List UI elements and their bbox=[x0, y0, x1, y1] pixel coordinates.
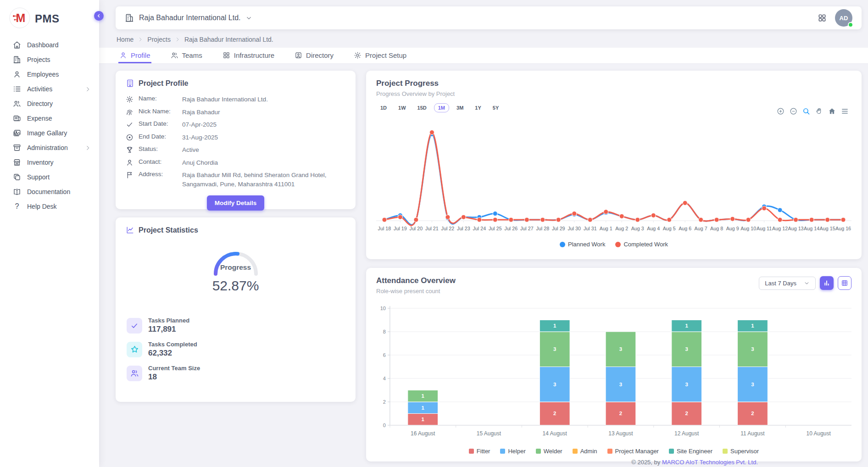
gear-icon bbox=[354, 51, 362, 59]
tab-bar: Profile Teams Infrastructure Directory P… bbox=[99, 48, 868, 63]
selection-zoom-icon[interactable] bbox=[802, 107, 810, 115]
breadcrumb-home[interactable]: Home bbox=[117, 36, 134, 43]
archive-icon bbox=[13, 144, 21, 152]
svg-text:13 August: 13 August bbox=[608, 430, 633, 437]
project-progress-chart[interactable]: Jul 18Jul 19Jul 20Jul 21Jul 22Jul 23Jul … bbox=[376, 123, 851, 238]
sidebar-item-label: Dashboard bbox=[27, 41, 59, 49]
field-label: Nick Name: bbox=[139, 108, 177, 115]
svg-text:Jul 31: Jul 31 bbox=[584, 226, 597, 231]
modify-details-button[interactable]: Modify Details bbox=[207, 195, 265, 211]
app-logo[interactable]: M PMS bbox=[0, 5, 99, 36]
svg-text:11 August: 11 August bbox=[740, 430, 765, 437]
tab-teams[interactable]: Teams bbox=[170, 51, 203, 63]
svg-text:Jul 21: Jul 21 bbox=[425, 226, 439, 231]
pan-hand-icon[interactable] bbox=[815, 107, 823, 115]
svg-text:10: 10 bbox=[380, 306, 386, 311]
legend-item-supervisor[interactable]: Supervisor bbox=[723, 448, 759, 455]
svg-text:Jul 29: Jul 29 bbox=[552, 226, 565, 231]
zoom-in-icon[interactable] bbox=[777, 107, 785, 115]
svg-text:10 August: 10 August bbox=[807, 430, 831, 437]
legend-marker bbox=[469, 449, 474, 454]
sidebar-item-projects[interactable]: Projects bbox=[0, 52, 99, 67]
menu-icon[interactable] bbox=[841, 107, 849, 115]
sidebar-item-documentation[interactable]: Documentation bbox=[0, 184, 99, 199]
svg-text:Jul 30: Jul 30 bbox=[568, 226, 581, 231]
range-button-1Y[interactable]: 1Y bbox=[471, 103, 485, 112]
apps-grid-icon[interactable] bbox=[818, 13, 827, 22]
app-name: PMS bbox=[35, 12, 60, 25]
sidebar-item-help-desk[interactable]: ? Help Desk bbox=[0, 199, 99, 214]
date-range-select[interactable]: Last 7 Days bbox=[759, 277, 816, 290]
book-icon bbox=[13, 188, 21, 196]
legend-item-helper[interactable]: Helper bbox=[500, 448, 525, 455]
legend-item-admin[interactable]: Admin bbox=[573, 448, 597, 455]
profile-field-nickname: Nick Name: Raja Bahadur bbox=[126, 108, 345, 117]
user-avatar[interactable]: AD bbox=[835, 9, 852, 27]
sidebar-item-inventory[interactable]: Inventory bbox=[0, 155, 99, 170]
sidebar: M PMS Dashboard Projects Employees Activ… bbox=[0, 0, 99, 467]
bar-view-button[interactable] bbox=[820, 276, 834, 290]
home-reset-icon[interactable] bbox=[828, 107, 836, 115]
tab-profile[interactable]: Profile bbox=[118, 51, 151, 63]
field-value: Raja Bahadur International Ltd. bbox=[182, 95, 345, 104]
legend-marker bbox=[536, 449, 541, 454]
svg-text:Jul 19: Jul 19 bbox=[394, 226, 407, 231]
attendance-controls: Last 7 Days bbox=[759, 276, 851, 290]
tab-project-setup[interactable]: Project Setup bbox=[353, 51, 407, 63]
svg-text:1: 1 bbox=[685, 323, 688, 328]
gauge-arc bbox=[212, 250, 260, 276]
sidebar-item-activities[interactable]: Activities bbox=[0, 82, 99, 96]
legend-item-site-engineer[interactable]: Site Engineer bbox=[669, 448, 712, 455]
gear-icon bbox=[126, 95, 134, 103]
main-area: Raja Bahadur International Ltd. AD Home … bbox=[99, 0, 868, 467]
sidebar-item-employees[interactable]: Employees bbox=[0, 67, 99, 82]
range-button-3M[interactable]: 3M bbox=[452, 103, 467, 112]
progress-gauge: Progress 52.87% bbox=[126, 250, 345, 294]
sidebar-item-directory[interactable]: Directory bbox=[0, 96, 99, 111]
zoom-out-icon[interactable] bbox=[790, 107, 797, 115]
svg-text:3: 3 bbox=[619, 382, 622, 387]
sidebar-nav: Dashboard Projects Employees Activities … bbox=[0, 38, 99, 214]
user-icon bbox=[119, 51, 127, 59]
svg-text:Aug 8: Aug 8 bbox=[710, 226, 723, 231]
range-button-1D[interactable]: 1D bbox=[376, 103, 391, 112]
sidebar-item-administration[interactable]: Administration bbox=[0, 140, 99, 155]
tab-label: Teams bbox=[182, 51, 202, 59]
profile-field-contact: Contact: Anuj Chordia bbox=[126, 158, 345, 167]
range-button-1M[interactable]: 1M bbox=[434, 103, 449, 112]
sidebar-item-label: Projects bbox=[27, 56, 50, 63]
footer-company-link[interactable]: MARCO AIoT Technologies Pvt. Ltd. bbox=[662, 459, 758, 466]
tab-infrastructure[interactable]: Infrastructure bbox=[222, 51, 275, 63]
sidebar-item-dashboard[interactable]: Dashboard bbox=[0, 38, 99, 52]
svg-text:Aug 4: Aug 4 bbox=[647, 226, 660, 231]
legend-item-project-manager[interactable]: Project Manager bbox=[607, 448, 659, 455]
stat-value: 62,332 bbox=[148, 349, 197, 358]
store-icon bbox=[13, 158, 21, 167]
range-button-5Y[interactable]: 5Y bbox=[489, 103, 503, 112]
flag-icon bbox=[126, 171, 134, 179]
legend-marker bbox=[669, 449, 674, 454]
check-icon bbox=[126, 121, 134, 128]
range-button-1W[interactable]: 1W bbox=[394, 103, 410, 112]
legend-item-welder[interactable]: Welder bbox=[536, 448, 562, 455]
legend-item-planned-work[interactable]: Planned Work bbox=[560, 241, 605, 248]
sidebar-collapse-button[interactable] bbox=[94, 11, 104, 21]
svg-text:Jul 26: Jul 26 bbox=[505, 226, 518, 231]
breadcrumb-projects[interactable]: Projects bbox=[147, 36, 171, 43]
sidebar-item-image-gallery[interactable]: Image Gallary bbox=[0, 126, 99, 140]
sidebar-item-expense[interactable]: Expense bbox=[0, 111, 99, 126]
legend-label: Fitter bbox=[477, 448, 490, 455]
sidebar-item-support[interactable]: Support bbox=[0, 170, 99, 184]
home-icon bbox=[13, 41, 21, 49]
company-switcher[interactable]: Raja Bahadur International Ltd. bbox=[125, 13, 252, 22]
table-view-button[interactable] bbox=[838, 276, 851, 290]
legend-item-fitter[interactable]: Fitter bbox=[469, 448, 490, 455]
attendance-chart[interactable]: 024681011116 August15 August233114 Augus… bbox=[376, 304, 851, 447]
range-button-15D[interactable]: 15D bbox=[413, 103, 431, 112]
sidebar-item-label: Activities bbox=[27, 85, 52, 93]
legend-item-completed-work[interactable]: Completed Work bbox=[615, 241, 668, 248]
svg-text:Jul 22: Jul 22 bbox=[441, 226, 455, 231]
tab-directory[interactable]: Directory bbox=[294, 51, 334, 63]
svg-text:1: 1 bbox=[422, 393, 425, 399]
image-icon bbox=[13, 129, 21, 137]
